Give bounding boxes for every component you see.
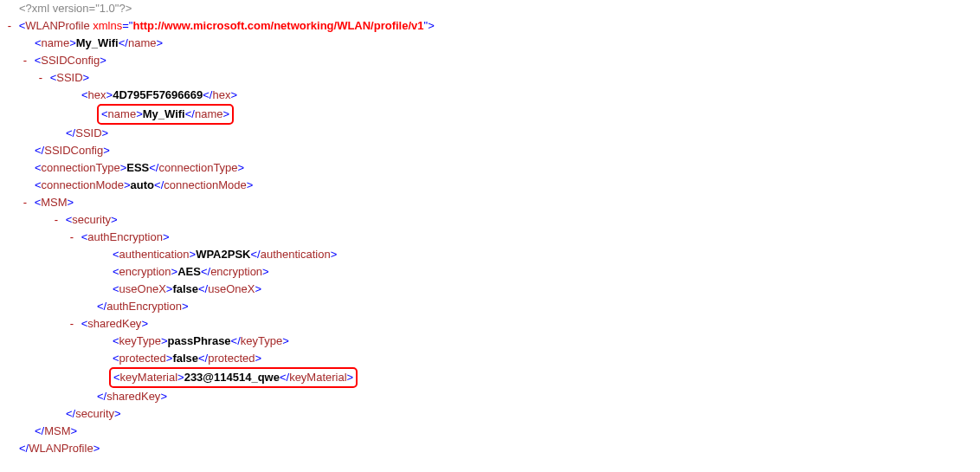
ssidconfig-open: - <SSIDConfig>: [0, 52, 980, 69]
name-element: <name>My_Wifi</name>: [0, 35, 980, 52]
keytype-element: <keyType>passPhrase</keyType>: [0, 333, 980, 350]
keymaterial-highlight-row: <keyMaterial>233@114514_qwe</keyMaterial…: [0, 367, 980, 388]
security-open: - <security>: [0, 211, 980, 229]
useonex-element: <useOneX>false</useOneX>: [0, 281, 980, 298]
wlanprofile-close: </WLANProfile>: [0, 440, 980, 457]
connectiontype-element: <connectionType>ESS</connectionType>: [0, 159, 980, 177]
authencryption-open: - <authEncryption>: [0, 229, 980, 246]
collapse-icon[interactable]: -: [19, 52, 31, 69]
wlanprofile-open: - <WLANProfile xmlns="http://www.microso…: [0, 17, 980, 35]
sharedkey-close: </sharedKey>: [0, 388, 980, 405]
ssidconfig-close: </SSIDConfig>: [0, 142, 980, 159]
ssid-name-highlight-row: <name>My_Wifi</name>: [0, 104, 980, 125]
highlight-keymaterial: <keyMaterial>233@114514_qwe</keyMaterial…: [109, 367, 358, 388]
protected-element: <protected>false</protected>: [0, 350, 980, 367]
collapse-icon[interactable]: -: [19, 194, 31, 211]
ssid-close: </SSID>: [0, 125, 980, 142]
authencryption-close: </authEncryption>: [0, 298, 980, 315]
security-close: </security>: [0, 405, 980, 423]
xml-declaration: <?xml version="1.0"?>: [0, 0, 980, 17]
connectionmode-element: <connectionMode>auto</connectionMode>: [0, 177, 980, 194]
collapse-icon[interactable]: -: [66, 229, 78, 246]
highlight-ssid-name: <name>My_Wifi</name>: [97, 104, 234, 125]
authentication-element: <authentication>WPA2PSK</authentication>: [0, 246, 980, 263]
sharedkey-open: - <sharedKey>: [0, 315, 980, 333]
ssid-open: - <SSID>: [0, 69, 980, 87]
encryption-element: <encryption>AES</encryption>: [0, 263, 980, 281]
collapse-icon[interactable]: -: [50, 211, 62, 229]
collapse-icon[interactable]: -: [3, 17, 16, 35]
collapse-icon[interactable]: -: [66, 315, 78, 333]
msm-close: </MSM>: [0, 423, 980, 440]
hex-element: <hex>4D795F57696669</hex>: [0, 87, 980, 104]
msm-open: - <MSM>: [0, 194, 980, 211]
collapse-icon[interactable]: -: [35, 69, 47, 87]
